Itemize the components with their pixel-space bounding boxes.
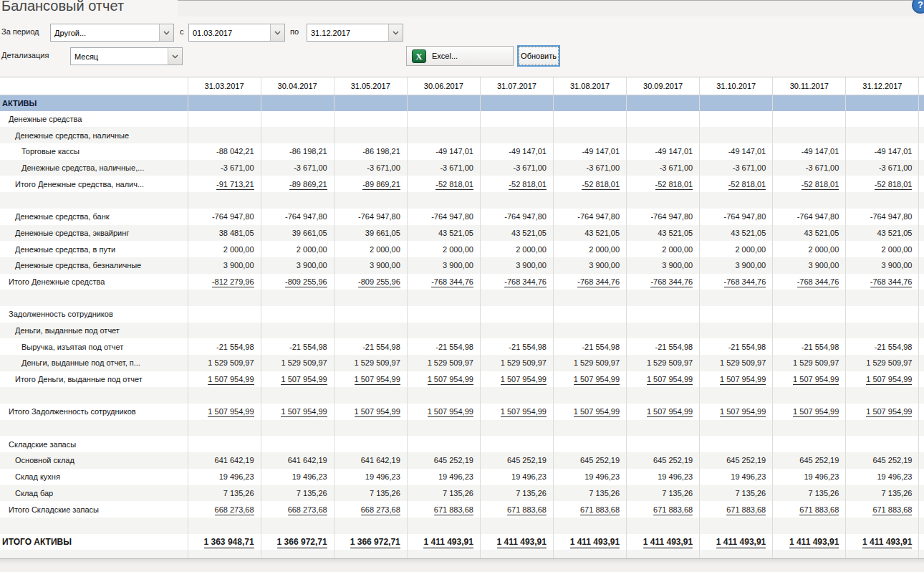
horizontal-scrollbar[interactable]	[0, 558, 924, 572]
value-cell[interactable]: 1 507 954,99	[261, 404, 334, 420]
row-label[interactable]: Денежные средства, наличные	[0, 127, 188, 143]
value-cell[interactable]: 43 521,05	[700, 225, 773, 242]
date-to-select[interactable]: 31.12.2017	[307, 24, 403, 42]
value-cell[interactable]: 1 507 954,99	[627, 371, 700, 388]
value-cell[interactable]: 19 496,23	[480, 469, 553, 485]
value-cell[interactable]: 1 507 954,99	[627, 404, 700, 420]
value-cell[interactable]: 3 900,00	[188, 257, 261, 274]
value-cell[interactable]: 1 507 954,99	[773, 371, 846, 388]
value-cell[interactable]: -49 147,01	[407, 143, 480, 160]
value-cell[interactable]: 1 507 954,99	[846, 404, 919, 420]
value-cell[interactable]: -21 554,98	[773, 338, 846, 355]
value-cell[interactable]: 1 411 493,91	[627, 534, 700, 550]
value-cell[interactable]: -768 344,76	[553, 274, 626, 290]
value-cell[interactable]: -21 554,98	[407, 338, 480, 355]
value-cell[interactable]: 668 273,68	[334, 501, 407, 518]
row-label[interactable]: Деньги, выданные под отчет	[0, 323, 188, 339]
value-cell[interactable]: 7 135,26	[553, 485, 626, 502]
row-label[interactable]: Итого Денежные средства	[0, 274, 188, 290]
value-cell[interactable]: -91 713,21	[188, 176, 261, 192]
value-cell[interactable]: -86 198,21	[334, 143, 407, 160]
value-cell[interactable]: 2 000,00	[553, 241, 626, 257]
row-label[interactable]: Итого Деньги, выданные под отчет	[0, 371, 188, 388]
value-cell[interactable]: 671 883,68	[627, 501, 700, 518]
value-cell[interactable]: 1 411 493,91	[700, 534, 773, 550]
value-cell[interactable]: 1 507 954,99	[407, 404, 480, 420]
value-cell[interactable]: -89 869,21	[334, 176, 407, 192]
row-label[interactable]: Денежные средства, наличные,...	[0, 160, 188, 176]
value-cell[interactable]: -3 671,00	[700, 160, 773, 176]
value-cell[interactable]: 1 529 509,97	[846, 355, 919, 371]
value-cell[interactable]: 671 883,68	[407, 501, 480, 518]
row-label[interactable]: Склад кухня	[0, 469, 188, 485]
row-label[interactable]: Задолженность сотрудников	[0, 306, 188, 323]
value-cell[interactable]: -764 947,80	[480, 209, 553, 225]
value-cell[interactable]: 1 529 509,97	[700, 355, 773, 371]
value-cell[interactable]: -52 818,01	[480, 176, 553, 192]
row-label[interactable]: Склад бар	[0, 485, 188, 502]
value-cell[interactable]: 3 900,00	[407, 257, 480, 274]
value-cell[interactable]: 3 900,00	[846, 257, 919, 274]
value-cell[interactable]: 671 883,68	[553, 501, 626, 518]
value-cell[interactable]: -49 147,01	[553, 143, 626, 160]
value-cell[interactable]: 43 521,05	[627, 225, 700, 242]
row-label[interactable]: Итого Задолженность сотрудников	[0, 404, 188, 420]
value-cell[interactable]: 2 000,00	[407, 241, 480, 257]
value-cell[interactable]: 1 366 972,71	[261, 534, 334, 550]
value-cell[interactable]: 641 642,19	[261, 452, 334, 469]
value-cell[interactable]: 1 529 509,97	[480, 355, 553, 371]
value-cell[interactable]: 2 000,00	[334, 241, 407, 257]
value-cell[interactable]: -49 147,01	[627, 143, 700, 160]
value-cell[interactable]: -52 818,01	[627, 176, 700, 192]
chevron-down-icon[interactable]	[168, 48, 182, 65]
value-cell[interactable]: 1 529 509,97	[627, 355, 700, 371]
chevron-down-icon[interactable]	[159, 24, 173, 41]
value-cell[interactable]: 7 135,26	[627, 485, 700, 502]
value-cell[interactable]: 668 273,68	[261, 501, 334, 518]
value-cell[interactable]: 1 529 509,97	[407, 355, 480, 371]
value-cell[interactable]: -768 344,76	[480, 274, 553, 290]
value-cell[interactable]: -809 255,96	[261, 274, 334, 290]
value-cell[interactable]: -21 554,98	[334, 338, 407, 355]
value-cell[interactable]: -764 947,80	[553, 209, 626, 225]
value-cell[interactable]: 1 507 954,99	[188, 371, 261, 388]
value-cell[interactable]: 645 252,19	[846, 452, 919, 469]
value-cell[interactable]: 19 496,23	[261, 469, 334, 485]
value-cell[interactable]: 39 661,05	[334, 225, 407, 242]
value-cell[interactable]: 671 883,68	[480, 501, 553, 518]
value-cell[interactable]: -764 947,80	[700, 209, 773, 225]
value-cell[interactable]: 1 529 509,97	[334, 355, 407, 371]
value-cell[interactable]: -52 818,01	[553, 176, 626, 192]
value-cell[interactable]: 2 000,00	[773, 241, 846, 257]
value-cell[interactable]: -3 671,00	[773, 160, 846, 176]
value-cell[interactable]: -3 671,00	[846, 160, 919, 176]
value-cell[interactable]: 1 507 954,99	[846, 371, 919, 388]
value-cell[interactable]: -21 554,98	[188, 338, 261, 355]
value-cell[interactable]: 3 900,00	[627, 257, 700, 274]
value-cell[interactable]: 3 900,00	[553, 257, 626, 274]
value-cell[interactable]: 43 521,05	[480, 225, 553, 242]
value-cell[interactable]: 7 135,26	[334, 485, 407, 502]
value-cell[interactable]: 2 000,00	[846, 241, 919, 257]
value-cell[interactable]: 43 521,05	[407, 225, 480, 242]
value-cell[interactable]: -49 147,01	[480, 143, 553, 160]
period-select[interactable]: Другой...	[50, 24, 174, 42]
value-cell[interactable]: -52 818,01	[700, 176, 773, 192]
value-cell[interactable]: 2 000,00	[188, 241, 261, 257]
value-cell[interactable]: 3 900,00	[773, 257, 846, 274]
value-cell[interactable]: 3 900,00	[261, 257, 334, 274]
value-cell[interactable]: 1 507 954,99	[700, 371, 773, 388]
value-cell[interactable]: -3 671,00	[334, 160, 407, 176]
value-cell[interactable]: -52 818,01	[773, 176, 846, 192]
row-label[interactable]: Итого Денежные средства, налич...	[0, 176, 188, 192]
row-label[interactable]: Денежные средства, безналичные	[0, 257, 188, 274]
value-cell[interactable]: -52 818,01	[846, 176, 919, 192]
value-cell[interactable]: 1 411 493,91	[773, 534, 846, 550]
value-cell[interactable]: 1 507 954,99	[700, 404, 773, 420]
value-cell[interactable]: 1 411 493,91	[846, 534, 919, 550]
value-cell[interactable]: -21 554,98	[846, 338, 919, 355]
row-label[interactable]: АКТИВЫ	[0, 95, 188, 111]
value-cell[interactable]: 38 481,05	[188, 225, 261, 242]
value-cell[interactable]: 1 507 954,99	[553, 371, 626, 388]
value-cell[interactable]: 43 521,05	[773, 225, 846, 242]
